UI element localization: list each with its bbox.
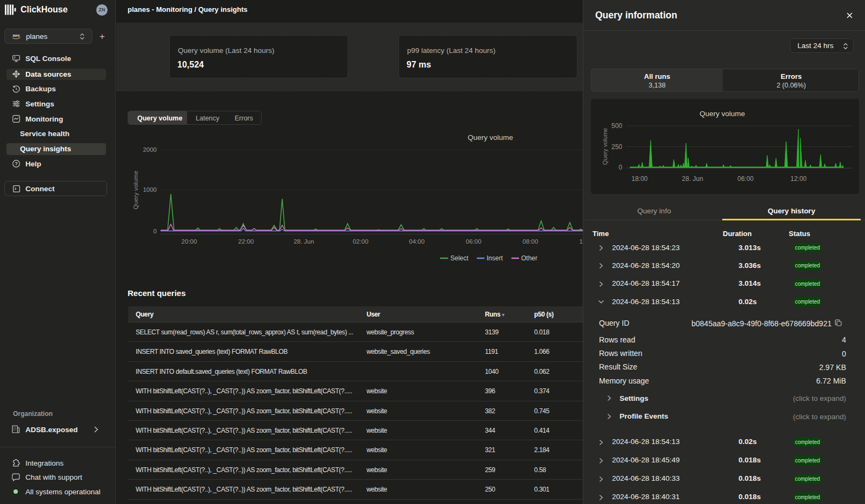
svg-text:Query volume: Query volume xyxy=(700,110,745,118)
svg-text:20:00: 20:00 xyxy=(182,238,197,245)
svg-text:04:00: 04:00 xyxy=(409,238,425,245)
svg-text:Query volume: Query volume xyxy=(602,128,608,165)
svg-text:06:00: 06:00 xyxy=(737,175,754,183)
svg-text:500: 500 xyxy=(611,122,622,130)
svg-text:0: 0 xyxy=(154,228,157,234)
svg-text:28. Jun: 28. Jun xyxy=(294,238,314,245)
svg-text:250: 250 xyxy=(611,143,622,151)
svg-text:?: ? xyxy=(15,161,17,166)
svg-text:Query volume: Query volume xyxy=(468,133,513,142)
svg-text:06:00: 06:00 xyxy=(466,238,482,245)
svg-text:22:00: 22:00 xyxy=(238,238,254,245)
svg-text:aws: aws xyxy=(12,33,19,37)
svg-text:1000: 1000 xyxy=(143,186,157,193)
svg-text:Other: Other xyxy=(521,254,537,262)
svg-text:Query volume: Query volume xyxy=(132,171,139,210)
svg-text:18:00: 18:00 xyxy=(631,175,648,183)
svg-text:0: 0 xyxy=(618,164,622,171)
svg-text:28. Jun: 28. Jun xyxy=(682,175,703,183)
svg-text:08:00: 08:00 xyxy=(523,238,538,245)
svg-text:12:00: 12:00 xyxy=(790,175,807,183)
svg-text:02:00: 02:00 xyxy=(353,238,369,245)
svg-text:Insert: Insert xyxy=(487,254,503,262)
svg-text:2000: 2000 xyxy=(143,146,157,153)
svg-text:Select: Select xyxy=(450,254,469,262)
